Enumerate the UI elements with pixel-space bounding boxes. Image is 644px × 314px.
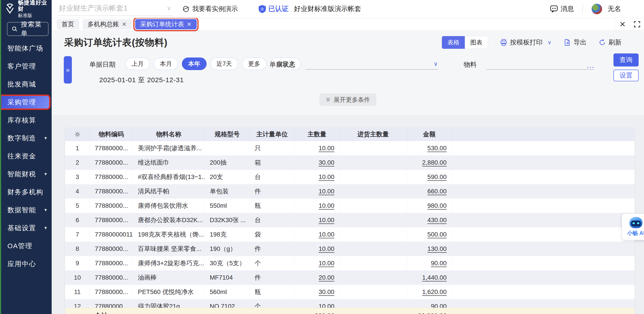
refresh-button[interactable]: 刷新 <box>599 38 622 47</box>
date-preset-本月[interactable]: 本月 <box>154 58 178 70</box>
view-toggle-table[interactable]: 表格 <box>442 36 465 49</box>
sidebar-item-数字制造[interactable]: 数字制造▼ <box>1 132 52 145</box>
cell-filler <box>452 141 634 156</box>
tab-首页[interactable]: 首页 <box>56 19 79 30</box>
table-row: 477880000...清风纸手帕单包装件10.00660.00 <box>65 184 634 198</box>
cell-amount: 1,620.00 <box>407 285 452 299</box>
close-all-tabs-button[interactable]: ✕ <box>615 18 630 30</box>
certified-shield-icon: 企 <box>258 5 266 13</box>
demo-link-label: 我要看实例演示 <box>192 4 238 14</box>
tab-多机构总账[interactable]: 多机构总账✕ <box>83 19 132 30</box>
demo-eye-icon <box>182 6 190 12</box>
amount-link[interactable]: 130.00 <box>427 245 446 252</box>
qty-link[interactable]: 10.00 <box>319 303 334 308</box>
col-header-unit[interactable]: 主计量单位 <box>250 128 294 141</box>
print-by-template-button[interactable]: 按模板打印 ∨ <box>500 38 552 47</box>
sidebar-item-客户管理[interactable]: 客户管理 <box>1 60 52 73</box>
sidebar-item-采购管理[interactable]: 采购管理 <box>1 96 50 109</box>
date-preset-本年[interactable]: 本年 <box>182 58 206 70</box>
sidebar-item-label: 数字制造 <box>8 134 36 143</box>
settings-button[interactable]: 设置 <box>614 70 638 81</box>
sidebar-item-库存核算[interactable]: 库存核算 <box>1 114 52 127</box>
material-input[interactable]: ... <box>486 58 594 70</box>
amount-link[interactable]: 660.00 <box>427 188 446 195</box>
tab-close-icon[interactable]: ✕ <box>122 21 127 27</box>
amount-link[interactable]: 90.00 <box>431 260 446 267</box>
messages-button[interactable]: 消息 <box>550 4 574 14</box>
cell-spec: D32K30张 ... <box>205 213 250 227</box>
col-header-in-qty[interactable]: 进货主数量 <box>340 128 407 141</box>
qty-link[interactable]: 30.00 <box>319 159 334 166</box>
sidebar-search-button[interactable]: 搜索菜单 <box>7 22 48 36</box>
export-button[interactable]: 导出 <box>564 38 586 47</box>
date-filter-label: 单据日期 <box>89 60 116 70</box>
brand-name: 畅捷通好业财 <box>18 0 52 12</box>
col-header-qty[interactable]: 主数量 <box>294 128 340 141</box>
qty-link[interactable]: 20.00 <box>319 274 334 281</box>
cell-name: 美润护手霜(渗透滋养... <box>133 141 205 156</box>
cell-name: 维达纸面巾 <box>133 156 205 170</box>
cell-amount: 590.00 <box>407 170 452 184</box>
amount-link[interactable]: 430.00 <box>427 216 446 224</box>
amount-link[interactable]: 530.00 <box>427 145 446 152</box>
sidebar-item-智能体广场[interactable]: 智能体广场 <box>1 42 52 55</box>
user-avatar[interactable] <box>592 4 602 14</box>
qty-link[interactable]: 10.00 <box>319 245 334 252</box>
amount-link[interactable]: 590.00 <box>427 174 446 180</box>
column-settings-gear-icon[interactable] <box>65 131 90 138</box>
amount-link[interactable]: 1,440.00 <box>422 274 446 281</box>
robot-icon <box>630 217 642 228</box>
sidebar-item-智能财税[interactable]: 智能财税▼ <box>1 168 52 180</box>
close-icon: ✕ <box>619 20 626 29</box>
query-button[interactable]: 查询 <box>614 54 638 66</box>
amount-link[interactable]: 90.00 <box>431 303 446 308</box>
sidebar-item-label: 应用中心 <box>8 260 36 269</box>
expand-more-conditions-button[interactable]: 展开更多条件 <box>319 94 376 106</box>
ai-assistant-button[interactable]: 小畅 AI <box>622 214 644 240</box>
qty-link[interactable]: 10.00 <box>319 202 334 209</box>
demo-link[interactable]: 我要看实例演示 <box>182 4 238 14</box>
sidebar-item-数据智能[interactable]: 数据智能▼ <box>1 204 52 216</box>
col-header-name[interactable]: 物料名称 <box>133 128 205 141</box>
date-preset-更多[interactable]: 更多 <box>242 58 266 70</box>
sidebar-item-财务多机构[interactable]: 财务多机构 <box>1 186 52 198</box>
chevron-down-icon: ∨ <box>167 5 171 12</box>
sidebar-item-批发商城[interactable]: 批发商城 <box>1 78 52 91</box>
qty-link[interactable]: 10.00 <box>319 216 334 224</box>
cell-unit: 件 <box>250 270 294 285</box>
more-options-icon: ... <box>587 63 594 68</box>
qty-link[interactable]: 10.00 <box>319 145 334 152</box>
amount-link[interactable]: 2,880.00 <box>422 159 446 166</box>
col-header-amount[interactable]: 金额 <box>407 128 452 141</box>
account-select[interactable]: 好业财生产演示帐套1 ∨ <box>58 2 173 16</box>
status-select[interactable]: ∨ <box>306 58 438 70</box>
amount-link[interactable]: 980.00 <box>427 202 446 209</box>
cell-spec: 190（g） <box>205 242 250 256</box>
tab-close-icon[interactable]: ✕ <box>187 21 192 27</box>
qty-link[interactable]: 10.00 <box>319 174 334 180</box>
date-preset-上月[interactable]: 上月 <box>125 58 150 70</box>
certified-badge[interactable]: 企 已认证 <box>258 4 288 14</box>
qty-link[interactable]: 10.00 <box>319 188 334 195</box>
qty-link[interactable]: 10.00 <box>319 260 334 267</box>
qty-link[interactable]: 10.00 <box>319 231 334 238</box>
col-header-code[interactable]: 物料编码 <box>90 128 133 141</box>
cell-in-qty <box>340 270 407 285</box>
date-preset-近7天[interactable]: 近7天 <box>210 58 238 70</box>
tab-采购订单统计表[interactable]: 采购订单统计表✕ <box>135 19 197 30</box>
filter-panel-expander[interactable]: » <box>64 56 72 84</box>
cell-spec: 30克（5支） <box>205 256 250 270</box>
sidebar-item-往来资金[interactable]: 往来资金 <box>1 150 52 162</box>
message-bubble-icon <box>550 6 558 12</box>
cell-spec: 550ml <box>205 198 250 213</box>
view-toggle-chart[interactable]: 图表 <box>465 36 488 49</box>
amount-link[interactable]: 500.00 <box>427 231 446 238</box>
col-header-spec[interactable]: 规格型号 <box>205 128 250 141</box>
fullscreen-button[interactable] <box>630 18 644 30</box>
sidebar-item-基础设置[interactable]: 基础设置▼ <box>1 222 52 234</box>
qty-link[interactable]: 30.00 <box>319 288 334 296</box>
amount-link[interactable]: 1,620.00 <box>422 288 446 296</box>
date-range-value[interactable]: 2025-01-01 至 2025-12-31 <box>99 76 184 85</box>
sidebar-item-应用中心[interactable]: 应用中心 <box>1 258 52 270</box>
sidebar-item-OA管理[interactable]: OA管理 <box>1 240 52 252</box>
